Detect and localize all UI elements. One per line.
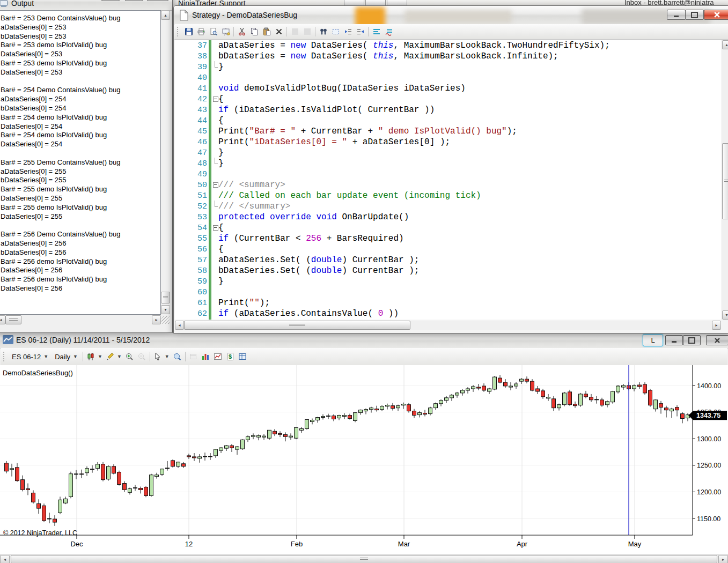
code-line[interactable]: 42{ (175, 94, 721, 105)
candle-body[interactable] (622, 386, 626, 387)
code-line[interactable]: 56{ (175, 244, 721, 255)
candle-body[interactable] (482, 386, 486, 390)
resize-grip[interactable] (161, 316, 170, 324)
candle-body[interactable] (16, 468, 19, 481)
code-line[interactable]: 46Print("iDataSeries[0] = " + aDataSerie… (175, 137, 721, 147)
candle-body[interactable] (26, 488, 30, 490)
candle-body[interactable] (584, 394, 588, 397)
candle-body[interactable] (514, 384, 518, 386)
candle-body[interactable] (563, 393, 567, 405)
fold-marker[interactable] (213, 94, 218, 105)
candle-body[interactable] (675, 408, 679, 410)
candle-body[interactable] (375, 409, 379, 410)
candle-body[interactable] (305, 420, 309, 429)
candle-body[interactable] (595, 399, 599, 400)
copy-button[interactable] (248, 26, 260, 38)
scroll-right-button[interactable]: ▸ (718, 555, 728, 563)
maximize-button[interactable] (685, 10, 704, 20)
candle-body[interactable] (278, 433, 282, 434)
candle-body[interactable] (273, 431, 277, 434)
candle-body[interactable] (434, 404, 438, 408)
candle-body[interactable] (257, 435, 261, 437)
candle-body[interactable] (380, 406, 384, 410)
scroll-down-button[interactable]: ▾ (722, 310, 728, 320)
candle-body[interactable] (171, 461, 175, 466)
candle-body[interactable] (337, 416, 341, 418)
scroll-right-button[interactable]: ▸ (152, 315, 161, 324)
candle-body[interactable] (300, 428, 304, 430)
close-button[interactable] (704, 10, 728, 20)
maximize-button[interactable] (125, 0, 143, 1)
candle-body[interactable] (461, 390, 465, 393)
print-preview-button[interactable] (207, 26, 219, 38)
candle-body[interactable] (21, 480, 25, 490)
scrollbar-thumb[interactable] (184, 321, 410, 330)
candle-body[interactable] (681, 414, 685, 419)
candle-body[interactable] (75, 474, 78, 475)
candle-body[interactable] (252, 435, 255, 436)
code-line[interactable]: 40 (175, 72, 721, 83)
candle-body[interactable] (128, 488, 132, 492)
code-editor[interactable]: 37aDataSeries = new DataSeries( this, Ma… (175, 40, 721, 320)
candle-body[interactable] (321, 417, 325, 418)
print-button[interactable] (195, 26, 207, 38)
candle-body[interactable] (439, 401, 443, 404)
code-line[interactable]: 43if (iDataSeries.IsValidPlot( CurrentBa… (175, 105, 721, 115)
candle-body[interactable] (203, 456, 207, 457)
candle-body[interactable] (134, 488, 137, 488)
candle-body[interactable] (391, 406, 395, 409)
select-block-button[interactable] (329, 26, 342, 38)
candle-body[interactable] (509, 386, 513, 387)
candle-body[interactable] (670, 409, 674, 411)
candle-body[interactable] (139, 488, 143, 490)
chart-horizontal-scrollbar[interactable]: ◂ ▸ (0, 554, 728, 563)
minimize-button[interactable] (101, 0, 120, 1)
candle-body[interactable] (91, 469, 94, 470)
candle-body[interactable] (359, 410, 363, 413)
output-text-area[interactable]: Bar# = 253 Demo ContainsValue() bugaData… (0, 10, 161, 315)
code-line[interactable]: 59} (175, 276, 721, 287)
candle-body[interactable] (343, 416, 347, 417)
code-line[interactable]: 52/// </summary> (175, 201, 721, 212)
code-line[interactable]: 38bDataSeries = new DataSeries( this, Ma… (175, 51, 721, 62)
candle-body[interactable] (117, 472, 121, 485)
candle-body[interactable] (246, 436, 250, 440)
code-line[interactable]: 49 (175, 169, 721, 180)
candle-body[interactable] (69, 474, 73, 497)
candle-body[interactable] (332, 416, 336, 419)
candle-body[interactable] (101, 464, 105, 480)
instrument-selector[interactable]: ES 06-12▼ (9, 350, 52, 363)
code-line[interactable]: 47} (175, 147, 721, 158)
candle-body[interactable] (606, 402, 609, 405)
candle-body[interactable] (413, 411, 416, 416)
candle-body[interactable] (659, 404, 663, 408)
scroll-up-button[interactable]: ▴ (722, 40, 728, 49)
code-line[interactable]: 62if (aDataSeries.ContainsValue( 0 )) (175, 308, 721, 319)
chevron-down-icon[interactable]: ▼ (165, 354, 170, 359)
code-line[interactable]: 45Print("Bar# = " + CurrentBar + " demo … (175, 126, 721, 137)
code-line[interactable]: 44{ (175, 115, 721, 126)
panel-button[interactable] (187, 351, 200, 362)
code-line[interactable]: 61Print(""); (175, 298, 721, 308)
drawing-tools-button[interactable]: ▼ (104, 351, 123, 362)
candle-body[interactable] (488, 389, 491, 391)
scroll-left-button[interactable]: ◂ (0, 315, 5, 324)
zoom-in-button[interactable] (123, 351, 136, 362)
scroll-down-button[interactable]: ▾ (161, 305, 170, 314)
candle-body[interactable] (241, 440, 245, 449)
candle-body[interactable] (536, 389, 540, 391)
uncomment-button[interactable] (383, 26, 395, 38)
redo-button[interactable] (301, 26, 313, 38)
candle-body[interactable] (198, 457, 202, 458)
crosshair-button[interactable] (171, 351, 183, 362)
scroll-left-button[interactable]: ◂ (175, 321, 184, 330)
candle-body[interactable] (187, 456, 191, 457)
candle-body[interactable] (547, 397, 550, 398)
editor-titlebar[interactable]: Strategy - DemoDataSeriesBug (174, 6, 728, 25)
candle-body[interactable] (219, 448, 223, 450)
candle-body[interactable] (665, 408, 668, 410)
toolbar-grip[interactable] (177, 27, 180, 36)
candle-body[interactable] (504, 382, 508, 386)
candle-body[interactable] (429, 408, 432, 414)
candle-body[interactable] (493, 377, 497, 389)
